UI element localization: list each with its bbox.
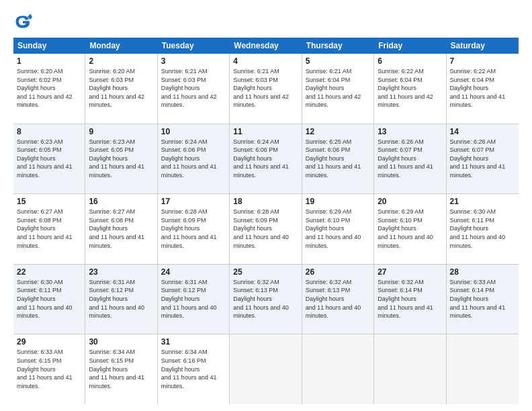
- day-info: Sunrise: 6:33 AMSunset: 6:15 PMDaylight …: [17, 349, 73, 389]
- calendar-cell: [374, 334, 446, 404]
- day-number: 19: [306, 197, 370, 206]
- day-number: 15: [17, 197, 81, 206]
- calendar-cell: 23Sunrise: 6:31 AMSunset: 6:12 PMDayligh…: [85, 265, 157, 334]
- day-info: Sunrise: 6:29 AMSunset: 6:10 PMDaylight …: [378, 208, 433, 248]
- day-info: Sunrise: 6:21 AMSunset: 6:03 PMDaylight …: [161, 68, 217, 108]
- day-info: Sunrise: 6:32 AMSunset: 6:13 PMDaylight …: [306, 279, 361, 319]
- day-info: Sunrise: 6:20 AMSunset: 6:02 PMDaylight …: [17, 68, 73, 108]
- day-header: Friday: [374, 38, 446, 54]
- calendar: SundayMondayTuesdayWednesdayThursdayFrid…: [13, 38, 519, 404]
- calendar-week-row: 1Sunrise: 6:20 AMSunset: 6:02 PMDaylight…: [13, 54, 519, 124]
- calendar-cell: 6Sunrise: 6:22 AMSunset: 6:04 PMDaylight…: [374, 54, 446, 124]
- calendar-cell: 9Sunrise: 6:23 AMSunset: 6:05 PMDaylight…: [85, 124, 157, 194]
- logo: [13, 12, 35, 31]
- day-header: Monday: [85, 38, 157, 54]
- day-header: Thursday: [302, 38, 374, 54]
- calendar-cell: 5Sunrise: 6:21 AMSunset: 6:04 PMDaylight…: [302, 54, 374, 124]
- day-info: Sunrise: 6:25 AMSunset: 6:06 PMDaylight …: [306, 138, 361, 179]
- day-number: 20: [378, 197, 442, 206]
- calendar-cell: 4Sunrise: 6:21 AMSunset: 6:03 PMDaylight…: [230, 54, 302, 124]
- day-info: Sunrise: 6:20 AMSunset: 6:03 PMDaylight …: [89, 68, 144, 108]
- day-info: Sunrise: 6:34 AMSunset: 6:15 PMDaylight …: [89, 349, 144, 389]
- calendar-cell: 19Sunrise: 6:29 AMSunset: 6:10 PMDayligh…: [302, 194, 374, 264]
- day-number: 27: [378, 267, 442, 277]
- day-info: Sunrise: 6:30 AMSunset: 6:11 PMDaylight …: [450, 208, 506, 248]
- day-info: Sunrise: 6:32 AMSunset: 6:13 PMDaylight …: [233, 279, 289, 319]
- day-number: 30: [89, 337, 153, 347]
- day-number: 28: [450, 267, 515, 277]
- day-info: Sunrise: 6:33 AMSunset: 6:14 PMDaylight …: [450, 279, 506, 319]
- calendar-cell: 15Sunrise: 6:27 AMSunset: 6:08 PMDayligh…: [13, 194, 85, 264]
- day-number: 7: [450, 56, 515, 66]
- day-info: Sunrise: 6:22 AMSunset: 6:04 PMDaylight …: [378, 68, 433, 108]
- calendar-cell: 12Sunrise: 6:25 AMSunset: 6:06 PMDayligh…: [302, 124, 374, 194]
- calendar-cell: 24Sunrise: 6:31 AMSunset: 6:12 PMDayligh…: [158, 265, 230, 334]
- day-number: 17: [161, 197, 226, 206]
- day-header: Saturday: [447, 38, 519, 54]
- day-info: Sunrise: 6:22 AMSunset: 6:04 PMDaylight …: [450, 68, 506, 108]
- calendar-cell: [447, 334, 519, 404]
- day-header: Wednesday: [230, 38, 302, 54]
- day-number: 11: [233, 127, 298, 136]
- calendar-cell: 2Sunrise: 6:20 AMSunset: 6:03 PMDaylight…: [85, 54, 157, 124]
- day-number: 16: [89, 197, 153, 206]
- day-number: 3: [161, 56, 226, 66]
- day-number: 31: [161, 337, 226, 347]
- day-number: 25: [233, 267, 298, 277]
- day-number: 5: [306, 56, 370, 66]
- logo-icon: [13, 12, 32, 31]
- day-number: 29: [17, 337, 81, 347]
- calendar-cell: 31Sunrise: 6:34 AMSunset: 6:16 PMDayligh…: [158, 334, 230, 404]
- day-info: Sunrise: 6:29 AMSunset: 6:10 PMDaylight …: [306, 208, 361, 248]
- calendar-cell: [302, 334, 374, 404]
- calendar-cell: 25Sunrise: 6:32 AMSunset: 6:13 PMDayligh…: [230, 265, 302, 334]
- header: [13, 12, 519, 31]
- day-number: 8: [17, 127, 81, 136]
- calendar-week-row: 29Sunrise: 6:33 AMSunset: 6:15 PMDayligh…: [13, 334, 519, 404]
- calendar-cell: 16Sunrise: 6:27 AMSunset: 6:08 PMDayligh…: [85, 194, 157, 264]
- calendar-cell: 1Sunrise: 6:20 AMSunset: 6:02 PMDaylight…: [13, 54, 85, 124]
- calendar-cell: 20Sunrise: 6:29 AMSunset: 6:10 PMDayligh…: [374, 194, 446, 264]
- calendar-cell: 29Sunrise: 6:33 AMSunset: 6:15 PMDayligh…: [13, 334, 85, 404]
- day-number: 12: [306, 127, 370, 136]
- day-number: 21: [450, 197, 515, 206]
- calendar-cell: 11Sunrise: 6:24 AMSunset: 6:06 PMDayligh…: [230, 124, 302, 194]
- day-number: 22: [17, 267, 81, 277]
- calendar-cell: 13Sunrise: 6:26 AMSunset: 6:07 PMDayligh…: [374, 124, 446, 194]
- calendar-cell: 3Sunrise: 6:21 AMSunset: 6:03 PMDaylight…: [158, 54, 230, 124]
- page: SundayMondayTuesdayWednesdayThursdayFrid…: [0, 0, 532, 411]
- calendar-week-row: 15Sunrise: 6:27 AMSunset: 6:08 PMDayligh…: [13, 194, 519, 265]
- day-info: Sunrise: 6:27 AMSunset: 6:08 PMDaylight …: [89, 208, 144, 248]
- calendar-cell: 21Sunrise: 6:30 AMSunset: 6:11 PMDayligh…: [447, 194, 519, 264]
- day-number: 18: [233, 197, 298, 206]
- day-info: Sunrise: 6:21 AMSunset: 6:04 PMDaylight …: [306, 68, 361, 108]
- calendar-cell: 27Sunrise: 6:32 AMSunset: 6:14 PMDayligh…: [374, 265, 446, 334]
- day-info: Sunrise: 6:27 AMSunset: 6:08 PMDaylight …: [17, 208, 73, 248]
- calendar-cell: 8Sunrise: 6:23 AMSunset: 6:05 PMDaylight…: [13, 124, 85, 194]
- day-info: Sunrise: 6:24 AMSunset: 6:06 PMDaylight …: [161, 138, 217, 179]
- day-header: Sunday: [13, 38, 85, 54]
- day-number: 6: [378, 56, 442, 66]
- calendar-week-row: 22Sunrise: 6:30 AMSunset: 6:11 PMDayligh…: [13, 265, 519, 335]
- day-info: Sunrise: 6:23 AMSunset: 6:05 PMDaylight …: [17, 138, 73, 179]
- calendar-header: SundayMondayTuesdayWednesdayThursdayFrid…: [13, 38, 519, 54]
- calendar-cell: 26Sunrise: 6:32 AMSunset: 6:13 PMDayligh…: [302, 265, 374, 334]
- calendar-cell: 22Sunrise: 6:30 AMSunset: 6:11 PMDayligh…: [13, 265, 85, 334]
- day-number: 26: [306, 267, 370, 277]
- day-info: Sunrise: 6:31 AMSunset: 6:12 PMDaylight …: [89, 279, 144, 319]
- day-info: Sunrise: 6:32 AMSunset: 6:14 PMDaylight …: [378, 279, 433, 319]
- calendar-cell: 10Sunrise: 6:24 AMSunset: 6:06 PMDayligh…: [158, 124, 230, 194]
- day-info: Sunrise: 6:26 AMSunset: 6:07 PMDaylight …: [450, 138, 506, 179]
- day-info: Sunrise: 6:28 AMSunset: 6:09 PMDaylight …: [161, 208, 217, 248]
- day-info: Sunrise: 6:28 AMSunset: 6:09 PMDaylight …: [233, 208, 289, 248]
- day-number: 10: [161, 127, 226, 136]
- calendar-cell: 17Sunrise: 6:28 AMSunset: 6:09 PMDayligh…: [158, 194, 230, 264]
- day-info: Sunrise: 6:34 AMSunset: 6:16 PMDaylight …: [161, 349, 217, 389]
- day-number: 1: [17, 56, 81, 66]
- day-number: 9: [89, 127, 153, 136]
- day-number: 2: [89, 56, 153, 66]
- day-number: 14: [450, 127, 515, 136]
- calendar-cell: 18Sunrise: 6:28 AMSunset: 6:09 PMDayligh…: [230, 194, 302, 264]
- calendar-cell: 7Sunrise: 6:22 AMSunset: 6:04 PMDaylight…: [447, 54, 519, 124]
- day-info: Sunrise: 6:21 AMSunset: 6:03 PMDaylight …: [233, 68, 289, 108]
